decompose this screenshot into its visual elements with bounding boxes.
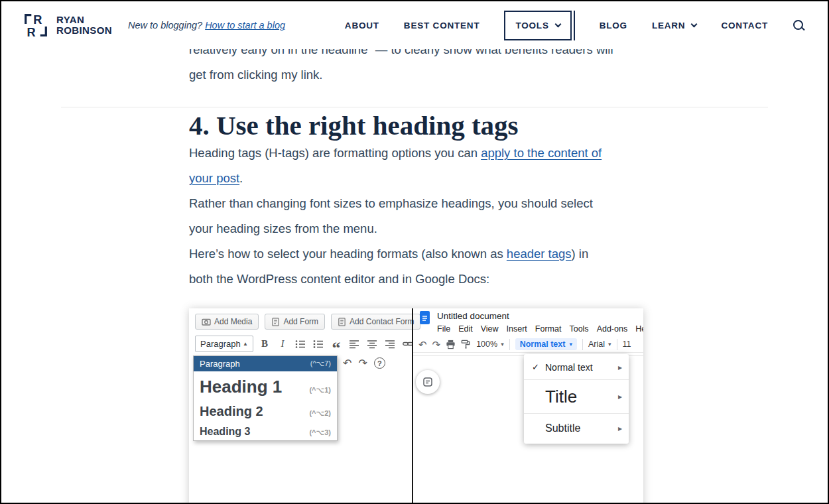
redo-icon: ↷ [432,340,441,349]
toolbar-separator [509,339,510,350]
submenu-arrow-icon: ▸ [618,363,622,372]
menu-format: Format [535,324,562,334]
print-icon [446,340,456,349]
bold-icon: B [258,338,271,351]
wp-toolbar-row2: ↶ ↷ ? [343,357,385,369]
chevron-down-icon: ▾ [501,341,504,347]
paragraph-text: both the WordPress content editor and in… [189,272,489,286]
button-label: Add Form [283,317,318,326]
submenu-arrow-icon: ▸ [618,392,622,401]
chevron-down-icon [554,21,561,27]
paragraph-text: ) in [572,247,589,261]
menu-divider [524,379,629,380]
numbered-list-icon [312,338,325,351]
header-tags-link[interactable]: header tags [507,247,572,261]
paint-format-icon [461,340,471,349]
check-icon: ✓ [532,362,545,372]
section-heading: 4. Use the right heading tags [189,110,647,141]
style-option-normal-text: ✓ Normal text ▸ [524,356,629,378]
paragraph-text: Heading tags (H-tags) are formatting opt… [189,146,481,160]
italic-icon: I [276,338,289,351]
nav-item-label: TOOLS [515,21,548,31]
menu-help: Help [635,324,643,334]
menu-tools: Tools [569,324,588,334]
button-label: Add Contact Form [350,317,414,326]
menu-edit: Edit [458,324,473,334]
svg-text:R: R [33,13,42,27]
dropdown-item-heading3: Heading 3 (^⌥3) [194,422,337,440]
paragraph-format-select: Paragraph ▲ [195,336,253,352]
paragraph-text: . [239,171,243,185]
select-value: Paragraph [200,339,241,349]
paragraph-font-sizes: Rather than changing font sizes to empha… [189,191,647,241]
paragraph-how-to: Here’s how to select your heading format… [189,241,647,292]
chevron-down-icon: ▾ [608,341,611,347]
document-title: Untitled document [437,311,509,321]
form-icon [271,318,280,326]
paragraph-text: Rather than changing font sizes to empha… [189,196,593,210]
dropdown-selected-item: Paragraph (^⌥7) [194,356,337,371]
add-contact-form-button: Add Contact Form [331,314,420,330]
dropdown-item-label: Heading 3 [200,426,250,438]
undo-icon: ↶ [343,357,351,369]
paragraph-text: Here’s how to select your heading format… [189,247,507,261]
nav-item-best-content[interactable]: BEST CONTENT [404,21,480,31]
logo-wordmark: RYANROBINSON [56,15,112,36]
font-select: Arial▾ [588,340,611,349]
logo-line1: RYAN [56,14,84,25]
nav-item-tools[interactable]: TOOLS [504,11,571,40]
font-size-value: 11 [623,340,631,349]
blockquote-icon: “ [330,338,343,351]
chevron-down-icon: ▾ [569,341,572,347]
bullet-list-icon [294,338,307,351]
wp-media-buttons: Add Media Add Form Add Contact Form [195,314,420,330]
page: relatively early on in the headline” — t… [0,0,829,504]
wp-toolbar: Paragraph ▲ B I “ [195,336,414,352]
article-content: relatively early on in the headline” — t… [189,1,647,504]
nav-item-about[interactable]: ABOUT [345,21,379,31]
google-docs-panel: Untitled document File Edit View Insert … [413,308,643,504]
google-docs-icon [420,311,430,324]
menu-divider [524,413,629,414]
font-value: Arial [588,340,605,349]
style-option-label: Normal text [545,362,593,373]
link-text: your post [189,171,239,185]
dropdown-item-heading2: Heading 2 (^⌥2) [194,400,337,422]
button-label: Add Media [214,317,252,326]
dropdown-item-shortcut: (^⌥7) [310,359,331,368]
dropdown-item-shortcut: (^⌥1) [309,386,331,395]
style-option-title: Title ▸ [524,381,629,412]
site-logo[interactable]: R R RYANROBINSON [21,11,112,40]
menu-view: View [481,324,499,334]
font-size-field: 11 [623,340,631,349]
nav-item-contact[interactable]: CONTACT [721,21,768,31]
menu-file: File [437,324,450,334]
submenu-arrow-icon: ▸ [618,424,622,433]
gdocs-menu-bar: File Edit View Insert Format Tools Add-o… [437,324,643,334]
nav-item-blog[interactable]: BLOG [600,21,627,31]
toolbar-border [413,352,643,353]
styles-select: Normal text▾ [515,338,577,350]
logo-monogram-icon: R R [21,11,50,40]
site-header: R R RYANROBINSON New to blogging? How to… [1,1,828,49]
paragraph-text: your heading sizes from the menu. [189,221,377,235]
styles-value: Normal text [520,340,566,349]
zoom-value: 100% [476,340,497,349]
add-media-button: Add Media [195,314,259,330]
nav-item-learn[interactable]: LEARN [652,21,697,31]
clipped-paragraph-line2: get from clicking my link. [189,68,323,82]
chevron-down-icon [691,21,698,27]
outline-button [416,370,440,394]
help-icon: ? [374,357,385,369]
start-a-blog-link[interactable]: How to start a blog [205,20,285,31]
toolbar-separator [582,339,583,350]
search-icon[interactable] [793,19,805,32]
dropdown-item-label: Heading 2 [200,404,263,419]
select-arrow-up-icon: ▲ [243,341,248,347]
style-option-subtitle: Subtitle ▸ [524,415,629,442]
undo-icon: ↶ [418,340,427,349]
align-center-icon [365,338,379,351]
dropdown-item-label: Heading 1 [200,377,282,397]
media-icon [202,318,211,326]
dropdown-item-shortcut: (^⌥3) [309,428,331,437]
